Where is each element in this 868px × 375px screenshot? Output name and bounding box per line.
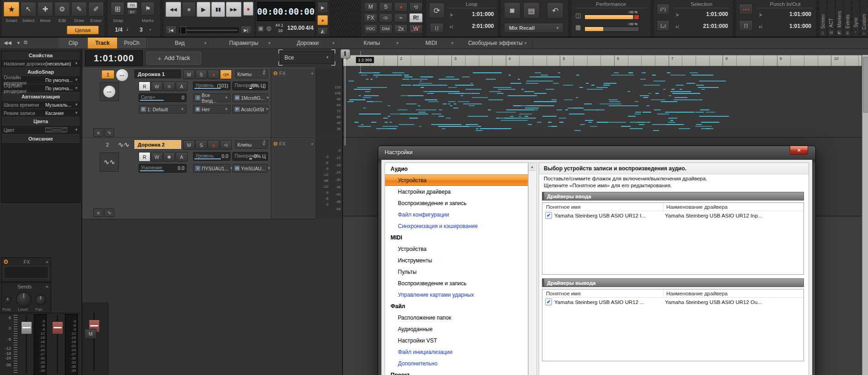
select-to-button[interactable]: ⌊◿ (657, 20, 670, 31)
record-button[interactable]: ● (243, 2, 253, 16)
rewind-button[interactable]: ◀◀ (166, 2, 181, 17)
snap-to-toggle[interactable]: TO (127, 2, 137, 8)
track-name-row[interactable]: Название дорожки(несколько)▼ (1, 60, 80, 68)
draw-tool-button[interactable]: ✎ (71, 2, 87, 16)
tempo-display[interactable]: 120.00 (287, 25, 305, 31)
track-2-arm-button[interactable]: ● (208, 140, 220, 150)
panel-menu-icon[interactable]: ▼ (16, 41, 21, 45)
column-friendly-name[interactable]: Понятное имя (542, 289, 664, 297)
add-fx-button[interactable]: + (46, 259, 48, 265)
track-1-expand-icon[interactable]: ≜ (263, 69, 266, 74)
edit-tool-button[interactable]: ⚙ (54, 2, 70, 16)
track-1-bank-dropdown[interactable]: BНет▼ (193, 105, 230, 114)
draw-duration-button[interactable]: Целая (67, 26, 99, 34)
track-1-layers-button[interactable]: ≡ (93, 128, 103, 137)
strip3-mute-button[interactable]: M (85, 329, 96, 339)
go-to-end-button[interactable]: ▶| (241, 26, 252, 34)
tab-sync[interactable]: ◔Sync (852, 0, 859, 37)
nav-advanced[interactable]: Дополнительно (385, 358, 528, 369)
nav-midi-playback-record[interactable]: Воспроизведение и запись (385, 277, 528, 289)
selection-start-time[interactable]: 1:01:000 (684, 11, 728, 17)
volume-fader-2[interactable] (52, 321, 63, 334)
fx-power-icon[interactable]: ʘ (4, 259, 8, 265)
add-fx-button[interactable]: + (311, 141, 314, 147)
track-1-patch-dropdown[interactable]: PAcstcGrtSt▼ (232, 105, 268, 114)
punch-from-selection-button[interactable]: ⌈⌉ (739, 20, 753, 31)
track-1-channel-dropdown[interactable]: C1: Default▼ (139, 105, 187, 114)
menu-clips[interactable]: Клипы▼ (339, 38, 404, 49)
automation-playback-button[interactable]: ≈ (394, 13, 407, 22)
pdc-button[interactable]: PDC (364, 24, 377, 33)
menu-view[interactable]: Вид▼ (147, 38, 212, 49)
mini-play-button[interactable]: ▶ (317, 2, 328, 13)
write-automation-button[interactable]: W (409, 24, 423, 33)
track-1-mute-button[interactable]: M (183, 70, 195, 79)
nav-audio-devices[interactable]: Устройства (385, 174, 528, 186)
timebase-row[interactable]: Шкала времениМузыкаль...▼ (1, 101, 80, 109)
track-2-archive-button[interactable]: A (176, 152, 188, 162)
loop-end-time[interactable]: 2:01:000 (458, 23, 494, 29)
add-send-button[interactable]: + (46, 284, 48, 289)
select-tool-button[interactable]: ↖ (21, 2, 36, 16)
track-2-automation-button[interactable]: ∿ (104, 208, 114, 217)
nav-scrollbar[interactable]: ▲ (528, 163, 537, 375)
track-2-input-echo-button[interactable]: •)) (220, 140, 232, 150)
stop-button[interactable]: ■ (182, 2, 196, 17)
go-to-start-button[interactable]: |◀ (166, 26, 177, 34)
fx-bin[interactable] (4, 266, 48, 279)
track-1-solo-button[interactable]: S (195, 70, 207, 79)
close-button[interactable]: ✕ (790, 146, 808, 155)
track-2-number[interactable]: 2 (102, 141, 113, 148)
add-fx-button[interactable]: + (311, 71, 314, 76)
track-2-output-dropdown[interactable]: OYmSUAU...▼ (232, 164, 268, 173)
punch-toggle-button[interactable]: ▸●◂ (739, 4, 753, 15)
menu-tracks[interactable]: Дорожки▼ (275, 38, 340, 49)
bit-depth[interactable]: 16 (278, 28, 283, 33)
nav-sync-caching[interactable]: Синхронизация и кэширование (385, 220, 528, 232)
track-2-pan-slider[interactable]: Панорама0% Ц (232, 152, 268, 161)
track-2-fx-bypass-button[interactable]: ✱ (163, 152, 175, 162)
nav-vst-settings[interactable]: Настройки VST (385, 335, 528, 346)
track-1-automation-button[interactable]: ∿ (104, 128, 114, 137)
double-speed-button[interactable]: 2x (394, 24, 407, 33)
position-slider[interactable] (179, 27, 239, 33)
tab-track[interactable]: Track (88, 38, 118, 49)
snap-count[interactable]: 3 (136, 27, 143, 33)
snap-dot[interactable]: . (146, 25, 151, 32)
smart-tool-button[interactable]: ★ (4, 2, 19, 16)
track-2-level-slider[interactable]: Уровень0.0 (193, 152, 230, 161)
track-1-pan-slider[interactable]: Панорама(0% Ц) (232, 82, 268, 90)
track-1-fx-bucket[interactable]: ʘFX+ (271, 68, 316, 138)
track-2-gain-slider[interactable]: Усиление0.0 (139, 164, 187, 173)
marks-button[interactable]: ⚑ (141, 2, 155, 16)
track-1-input-echo-button[interactable]: •))A (220, 70, 232, 79)
snap-by-toggle[interactable]: BY (127, 9, 137, 15)
tab-screenset[interactable]: ⠿Screen (820, 0, 826, 37)
track-2-input-dropdown[interactable]: IПYSUAU1...▼ (193, 164, 230, 173)
notes-button[interactable]: ▤ (523, 2, 540, 19)
midi-clip[interactable] (347, 71, 718, 133)
now-time-display[interactable]: 1:01:000 (85, 50, 143, 66)
track-filter-dropdown[interactable]: Все ▼ (280, 51, 333, 64)
fast-forward-button[interactable]: ▶▶ (226, 2, 241, 17)
scroll-up-arrow[interactable]: ▲ (529, 163, 536, 171)
volume-fader[interactable] (21, 321, 32, 334)
erase-tool-button[interactable]: ✐ (88, 2, 104, 16)
track-1-read-button[interactable]: R (139, 82, 150, 91)
snap-grid-button[interactable]: ⊞ (111, 2, 124, 16)
mix-recall-dropdown[interactable]: Mix Recall ▼ (504, 23, 563, 33)
pause-button[interactable]: ▮▮ (211, 2, 225, 17)
offline-render-row[interactable]: Офлайн рендерингПо умолча...▼ (1, 84, 80, 92)
play-button[interactable]: ▶ (197, 2, 210, 17)
output-driver-row[interactable]: ✔Yamaha Steinberg USB ASIO UR12 ... Yama… (542, 298, 804, 306)
column-driver-name[interactable]: Наименование драйвера (664, 203, 804, 211)
loop-start-time[interactable]: 1:01:000 (458, 11, 494, 17)
nav-drum-maps[interactable]: Управление картами ударных (385, 289, 528, 300)
exclusive-solo-button[interactable]: ‹S› (379, 13, 392, 22)
nav-folder-locations[interactable]: Расположение папок (385, 312, 528, 323)
column-driver-name[interactable]: Наименование драйвера (664, 289, 804, 297)
position-slider-handle[interactable] (181, 27, 186, 34)
meter-display[interactable]: 4/4 (305, 25, 313, 31)
time-ruler[interactable]: 12345678910 (343, 55, 862, 66)
nav-instruments[interactable]: Инструменты (385, 255, 528, 266)
